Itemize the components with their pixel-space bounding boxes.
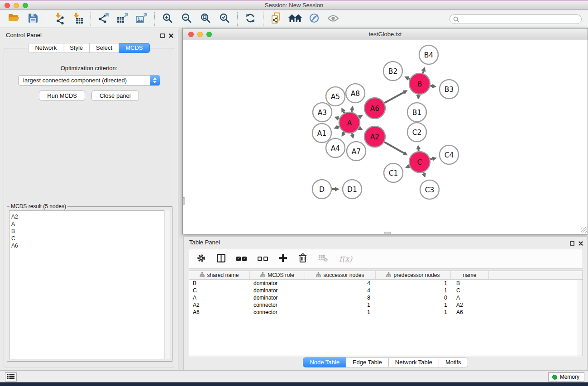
graph-edge-C-C3[interactable] xyxy=(421,172,425,178)
column-header-shared-name[interactable]: shared name xyxy=(189,271,250,279)
graph-node-B4[interactable]: B4 xyxy=(419,45,438,64)
result-list-scrollbar[interactable] xyxy=(164,210,170,359)
table-cell[interactable]: A6 xyxy=(189,309,250,315)
table-cell[interactable]: C xyxy=(451,287,489,294)
table-cell[interactable]: 1 xyxy=(305,302,376,308)
table-row[interactable]: A2connector11A2 xyxy=(189,301,583,309)
zoom-in-button[interactable] xyxy=(158,11,177,27)
zoom-fit-button[interactable] xyxy=(196,11,215,27)
graph-edge-C-C4[interactable] xyxy=(430,157,437,161)
graph-edge-A-A3[interactable] xyxy=(334,116,339,120)
graph-node-C[interactable]: C xyxy=(409,152,430,172)
table-row[interactable]: Cdominator41C xyxy=(189,287,583,294)
tab-select[interactable]: Select xyxy=(90,43,119,53)
show-graphics-details-button[interactable] xyxy=(324,11,343,27)
tab-style[interactable]: Style xyxy=(63,43,90,53)
column-header-predecessor-nodes[interactable]: predecessor nodes xyxy=(376,271,451,279)
function-builder-button[interactable]: f(x) xyxy=(339,254,352,263)
delete-table-button[interactable] xyxy=(318,254,328,264)
graph-edge-A-A5[interactable] xyxy=(341,108,345,113)
graph-edge-B-B3[interactable] xyxy=(430,84,437,88)
table-cell[interactable]: A2 xyxy=(451,302,489,308)
graph-node-A5[interactable]: A5 xyxy=(326,87,345,106)
graph-node-C1[interactable]: C1 xyxy=(384,163,403,182)
graph-node-D[interactable]: D xyxy=(312,180,331,199)
column-header-mcds-role[interactable]: MCDS role xyxy=(250,271,305,279)
graph-edge-A-A8[interactable] xyxy=(350,105,354,112)
table-cell[interactable]: connector xyxy=(250,309,305,315)
graph-edge-C-C2[interactable] xyxy=(416,145,421,151)
import-table-button[interactable] xyxy=(68,11,87,27)
graph-edge-D-D1[interactable] xyxy=(332,187,339,191)
network-zoom-traffic-light[interactable] xyxy=(206,32,212,37)
window-resize-grip[interactable] xyxy=(581,227,587,233)
graph-edge-A2-C[interactable] xyxy=(384,142,408,155)
graph-node-A7[interactable]: A7 xyxy=(347,142,366,161)
memory-button[interactable]: Memory xyxy=(548,372,584,381)
network-minimize-traffic-light[interactable] xyxy=(197,32,203,37)
graph-edge-B-B1[interactable] xyxy=(416,95,421,100)
deselect-all-columns-button[interactable] xyxy=(258,257,268,261)
table-cell[interactable]: dominator xyxy=(250,287,305,294)
table-cell[interactable]: A xyxy=(189,295,250,301)
graph-node-A1[interactable]: A1 xyxy=(312,124,331,143)
table-cell[interactable]: A6 xyxy=(451,309,489,315)
table-settings-button[interactable] xyxy=(196,253,206,265)
export-image-button[interactable] xyxy=(132,11,151,27)
table-cell[interactable]: C xyxy=(189,287,250,294)
result-item[interactable]: A6 xyxy=(10,242,170,249)
table-cell[interactable]: 1 xyxy=(376,309,451,315)
table-scrollbar[interactable] xyxy=(578,280,583,356)
graph-node-A4[interactable]: A4 xyxy=(326,138,345,157)
result-item[interactable]: C xyxy=(10,235,170,242)
graph-edge-A-A1[interactable] xyxy=(334,125,339,129)
hide-graphics-details-button[interactable] xyxy=(305,11,324,27)
export-network-button[interactable] xyxy=(94,11,113,27)
home-button[interactable] xyxy=(286,11,305,27)
optimization-criterion-select[interactable]: largest connected component (directed) xyxy=(18,75,160,86)
table-cell[interactable]: 1 xyxy=(376,287,451,294)
table-cell[interactable]: 8 xyxy=(305,295,376,301)
column-header-name[interactable]: name xyxy=(451,271,489,279)
table-cell[interactable]: A xyxy=(451,295,489,301)
table-cell[interactable]: 0 xyxy=(376,295,451,301)
close-panel-icon[interactable] xyxy=(169,32,173,40)
table-cell[interactable]: B xyxy=(189,280,250,286)
graph-node-A6[interactable]: A6 xyxy=(364,98,385,119)
refresh-button[interactable] xyxy=(241,11,260,27)
graph-node-C3[interactable]: C3 xyxy=(420,180,439,199)
tab-mcds[interactable]: MCDS xyxy=(119,43,149,53)
graph-node-D1[interactable]: D1 xyxy=(343,180,362,199)
tab-motifs[interactable]: Motifs xyxy=(439,357,468,367)
zoom-traffic-light[interactable] xyxy=(23,3,28,8)
close-traffic-light[interactable] xyxy=(5,3,10,8)
tab-edge-table[interactable]: Edge Table xyxy=(346,357,389,367)
graph-node-B[interactable]: B xyxy=(409,73,430,94)
graph-node-C2[interactable]: C2 xyxy=(407,123,426,142)
show-task-history-button[interactable] xyxy=(5,372,17,381)
graph-node-B1[interactable]: B1 xyxy=(407,103,426,122)
table-row[interactable]: Bdominator41B xyxy=(189,280,583,287)
table-cell[interactable]: B xyxy=(451,280,489,286)
table-cell[interactable]: 4 xyxy=(305,280,376,286)
float-panel-icon[interactable] xyxy=(160,32,165,40)
table-row[interactable]: Adominator80A xyxy=(189,294,583,301)
table-cell[interactable]: 1 xyxy=(305,309,376,315)
column-header-successor-nodes[interactable]: successor nodes xyxy=(305,271,376,279)
table-cell[interactable]: 1 xyxy=(376,280,451,286)
graph-edge-B-B4[interactable] xyxy=(421,67,426,73)
close-table-panel-icon[interactable] xyxy=(578,239,583,248)
float-table-panel-icon[interactable] xyxy=(570,239,574,248)
network-canvas[interactable]: B4B2BB3A8A5A6A3B1AA1C2A2A4A7C4CC1C3DD1 xyxy=(183,40,588,234)
table-cell[interactable]: connector xyxy=(250,302,305,308)
result-item[interactable]: A2 xyxy=(10,213,170,220)
network-graph[interactable]: B4B2BB3A8A5A6A3B1AA1C2A2A4A7C4CC1C3DD1 xyxy=(183,40,588,234)
tab-network-table[interactable]: Network Table xyxy=(389,357,439,367)
graph-node-A3[interactable]: A3 xyxy=(313,103,332,122)
close-panel-button[interactable]: Close panel xyxy=(91,91,139,101)
minimize-traffic-light[interactable] xyxy=(14,3,19,8)
clone-network-button[interactable] xyxy=(267,11,286,27)
export-table-button[interactable] xyxy=(113,11,132,27)
graph-edge-A-A7[interactable] xyxy=(350,133,354,138)
graph-node-A8[interactable]: A8 xyxy=(346,84,365,103)
